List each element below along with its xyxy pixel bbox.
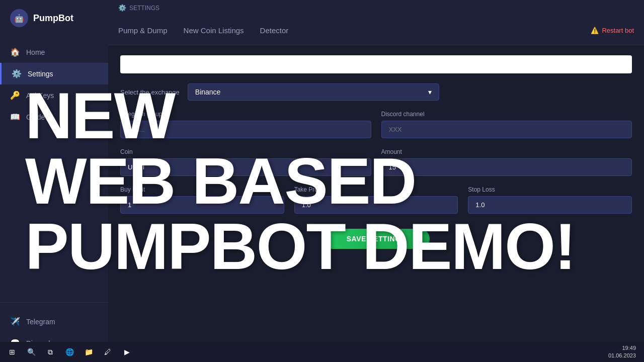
stop-loss-label: Stop Loss	[468, 186, 632, 193]
taskbar-app1-button[interactable]: ▶	[119, 344, 135, 360]
sidebar-item-home[interactable]: 🏠 Home	[0, 41, 108, 63]
discord-channel-input[interactable]	[381, 121, 632, 138]
taskbar-time: 19:49 01.06.2023	[608, 344, 636, 360]
taskbar-vscode-button[interactable]: 🖊	[100, 344, 116, 360]
restart-bot-icon: ⚠️	[591, 27, 599, 34]
taskbar-task-view-button[interactable]: ⧉	[42, 344, 58, 360]
sidebar-item-guide[interactable]: 📖 Guide	[0, 106, 108, 128]
chevron-down-icon: ▾	[428, 88, 432, 96]
coin-field: Coin	[120, 148, 371, 176]
sidebar-item-guide-label: Guide	[26, 113, 45, 121]
nav-links: Pump & Dump New Coin Listings Detector ⚠…	[108, 16, 644, 45]
stop-loss-input[interactable]	[468, 196, 632, 214]
top-bar: ⚙️ SETTINGS Pump & Dump New Coin Listing…	[108, 0, 644, 45]
home-icon: 🏠	[10, 47, 20, 57]
exchange-label: Select the exchange	[120, 88, 180, 96]
buy-limit-label: Buy Limit	[120, 186, 284, 193]
telegram-group-label: Telegram group	[120, 111, 371, 118]
guide-icon: 📖	[10, 112, 20, 122]
taskbar-explorer-button[interactable]: 📁	[80, 344, 97, 360]
sidebar-nav: 🏠 Home ⚙️ Settings 🔑 Api Keys 📖 Guide	[0, 36, 108, 302]
nav-link-detector[interactable]: Detector	[260, 22, 289, 39]
exchange-value: Binance	[195, 88, 221, 96]
amount-input[interactable]	[381, 158, 632, 176]
discord-channel-label: Discord channel	[381, 111, 632, 118]
sidebar-item-home-label: Home	[26, 48, 45, 56]
search-bar[interactable]	[120, 55, 632, 73]
telegram-icon: ✈️	[10, 317, 20, 326]
key-icon: 🔑	[10, 90, 20, 100]
take-profit-field: Take Profit	[294, 186, 458, 214]
stop-loss-field: Stop Loss	[468, 186, 632, 214]
amount-field: Amount	[381, 148, 632, 176]
restart-bot-button[interactable]: ⚠️ Restart bot	[591, 27, 634, 34]
taskbar-start-button[interactable]: ⊞	[4, 344, 20, 360]
sidebar-item-settings[interactable]: ⚙️ Settings	[0, 63, 108, 84]
taskbar: ⊞ 🔍 ⧉ 🌐 📁 🖊 ▶ 19:49 01.06.2023	[0, 342, 644, 362]
take-profit-input[interactable]	[294, 196, 458, 214]
taskbar-search-button[interactable]: 🔍	[23, 344, 39, 360]
exchange-dropdown[interactable]: Binance ▾	[188, 83, 439, 101]
breadcrumb-label: SETTINGS	[129, 5, 159, 12]
breadcrumb: ⚙️ SETTINGS	[108, 0, 644, 16]
sidebar-item-apikeys-label: Api Keys	[26, 92, 54, 100]
exchange-section: Select the exchange Binance ▾	[120, 83, 632, 101]
telegram-group-input[interactable]	[120, 121, 371, 138]
telegram-discord-row: Telegram group Discord channel	[120, 111, 632, 138]
take-profit-label: Take Profit	[294, 186, 458, 193]
buy-limit-field: Buy Limit	[120, 186, 284, 214]
save-btn-row: SAVE SETTINGS	[120, 229, 632, 249]
save-settings-button[interactable]: SAVE SETTINGS	[323, 229, 430, 249]
app-logo: 🤖 PumpBot	[0, 0, 108, 36]
sidebar-item-telegram[interactable]: ✈️ Telegram	[0, 311, 108, 332]
sidebar-item-apikeys[interactable]: 🔑 Api Keys	[0, 84, 108, 106]
logo-icon: 🤖	[10, 9, 28, 27]
coin-label: Coin	[120, 148, 371, 155]
sidebar-item-telegram-label: Telegram	[26, 318, 55, 326]
amount-label: Amount	[381, 148, 632, 155]
sidebar-item-settings-label: Settings	[28, 70, 53, 78]
restart-bot-label: Restart bot	[602, 27, 634, 34]
coin-amount-row: Coin Amount	[120, 148, 632, 176]
nav-link-new-coin[interactable]: New Coin Listings	[184, 22, 244, 39]
buy-limit-input[interactable]	[120, 196, 284, 214]
nav-link-pump-dump[interactable]: Pump & Dump	[118, 22, 168, 39]
telegram-group-field: Telegram group	[120, 111, 371, 138]
taskbar-chrome-button[interactable]: 🌐	[61, 344, 77, 360]
breadcrumb-icon: ⚙️	[118, 4, 126, 12]
sidebar: 🤖 PumpBot 🏠 Home ⚙️ Settings 🔑 Api Keys …	[0, 0, 108, 362]
page-body: Select the exchange Binance ▾ Telegram g…	[108, 45, 644, 362]
coin-input[interactable]	[120, 158, 371, 176]
app-title: PumpBot	[33, 13, 73, 24]
controls-row: Buy Limit Take Profit Stop Loss	[120, 186, 632, 214]
settings-icon: ⚙️	[12, 69, 22, 78]
main-content: ⚙️ SETTINGS Pump & Dump New Coin Listing…	[108, 0, 644, 362]
discord-channel-field: Discord channel	[381, 111, 632, 138]
